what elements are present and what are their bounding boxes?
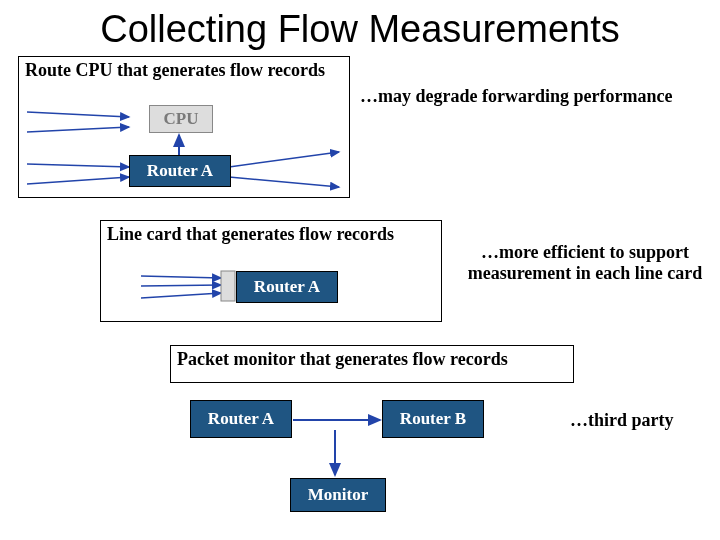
- panel-route-cpu: Route CPU that generates flow records CP…: [18, 56, 350, 198]
- svg-line-8: [141, 285, 221, 286]
- svg-line-2: [27, 164, 129, 167]
- svg-line-5: [229, 177, 339, 187]
- panel-line-card: Line card that generates flow records Ro…: [100, 220, 442, 322]
- panel2-note: …more efficient to support measurement i…: [460, 242, 710, 284]
- svg-rect-10: [221, 271, 235, 301]
- svg-line-0: [27, 112, 129, 117]
- panel3-header: Packet monitor that generates flow recor…: [177, 349, 508, 369]
- router-a-box-3: Router A: [190, 400, 292, 438]
- svg-line-1: [27, 127, 129, 132]
- svg-line-3: [27, 177, 129, 184]
- cpu-box: CPU: [149, 105, 213, 133]
- monitor-box: Monitor: [290, 478, 386, 512]
- router-b-box: Router B: [382, 400, 484, 438]
- panel1-note: …may degrade forwarding performance: [360, 86, 672, 107]
- page-title: Collecting Flow Measurements: [0, 0, 720, 55]
- svg-line-9: [141, 293, 221, 298]
- router-a-box-2: Router A: [236, 271, 338, 303]
- panel3-note: …third party: [570, 410, 674, 431]
- panel-packet-monitor: Packet monitor that generates flow recor…: [170, 345, 574, 383]
- svg-line-7: [141, 276, 221, 278]
- router-a-box-1: Router A: [129, 155, 231, 187]
- svg-line-4: [229, 152, 339, 167]
